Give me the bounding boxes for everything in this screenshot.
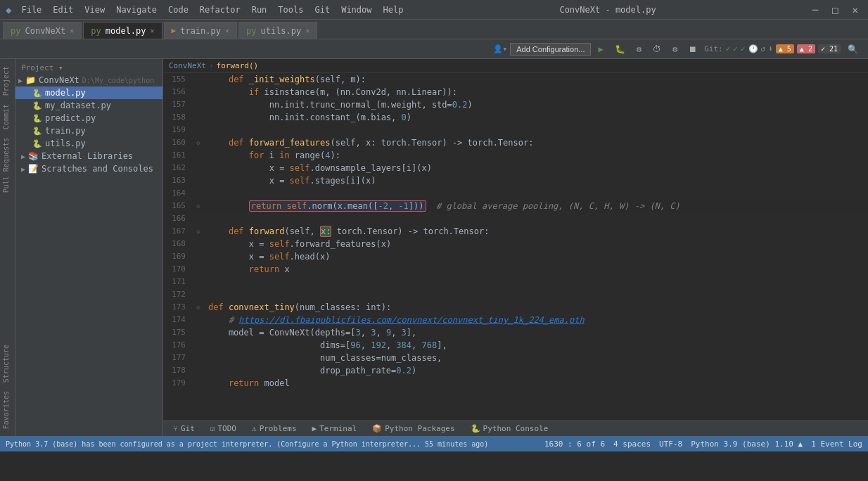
tab-close-model[interactable]: ✕	[151, 27, 155, 34]
minimize-button[interactable]: ─	[808, 3, 822, 17]
pull-requests-tab[interactable]: Pull Requests	[0, 134, 15, 197]
root-path: D:\My_code\python	[82, 77, 154, 84]
scratches-icon: 📝	[28, 164, 39, 174]
tab-utils[interactable]: py utils.py ✕	[238, 22, 317, 39]
scratches-label: Scratches and Consoles	[42, 164, 153, 174]
toolbar: 👤▾ Add Configuration... ▶ 🐛 ⚙ ⏱ ⚙ ⏹ Git:…	[0, 39, 868, 59]
statusbar-right: 1630 : 6 of 6 4 spaces UTF-8 Python 3.9 …	[544, 440, 862, 449]
structure-tab[interactable]: Structure	[0, 340, 15, 387]
code-line-177: 177 num_classes=num_classes,	[163, 352, 868, 364]
tree-utils-py[interactable]: 🐍 utils.py	[15, 137, 162, 150]
tree-predict-py[interactable]: 🐍 predict.py	[15, 112, 162, 124]
left-edge-panel: Project Commit Pull Requests Structure F…	[0, 59, 15, 436]
tree-my-dataset-py[interactable]: 🐍 my_dataset.py	[15, 99, 162, 112]
stop-button[interactable]: ⏹	[684, 43, 701, 56]
statusbar-message: Python 3.7 (base) has been configured as…	[6, 440, 488, 448]
menu-help[interactable]: Help	[379, 4, 408, 16]
menu-view[interactable]: View	[80, 4, 109, 16]
menu-run[interactable]: Run	[248, 4, 272, 16]
todo-tab-label: TODO	[218, 424, 237, 433]
code-line-178: 178 drop_path_rate=0.2)	[163, 364, 868, 377]
root-arrow: ▶	[18, 77, 23, 84]
statusbar-event[interactable]: 1 Event Log	[811, 440, 862, 449]
tab-model[interactable]: py model.py ✕	[83, 22, 162, 39]
menu-edit[interactable]: Edit	[49, 4, 77, 16]
profile-button[interactable]: ⏱	[649, 43, 665, 56]
code-line-162: 162 x = self.downsample_layers[i](x)	[163, 162, 868, 174]
tab-close-convnext[interactable]: ✕	[70, 27, 74, 34]
train-icon: 🐍	[32, 127, 42, 136]
model-py-label: model.py	[45, 88, 86, 98]
tab-label-train: train.py	[180, 26, 221, 36]
bottom-tab-git[interactable]: ⑂ Git	[166, 423, 202, 435]
code-editor[interactable]: 155 def _init_weights(self, m): 156 if i…	[163, 73, 868, 421]
git-clock: 🕐	[748, 44, 758, 53]
tab-label-model: model.py	[106, 26, 146, 36]
tab-icon-convnext: py	[11, 26, 20, 36]
code-line-159: 159	[163, 124, 868, 136]
code-line-156: 156 if isinstance(m, (nn.Conv2d, nn.Line…	[163, 86, 868, 98]
commit-tab[interactable]: Commit	[0, 100, 15, 134]
menu-git[interactable]: Git	[310, 4, 334, 16]
code-line-173: 173 ◇ def convnext_tiny(num_classes: int…	[163, 301, 868, 314]
tree-scratches[interactable]: ▶ 📝 Scratches and Consoles	[15, 162, 162, 175]
maximize-button[interactable]: □	[828, 3, 842, 17]
menu-tools[interactable]: Tools	[274, 4, 307, 16]
terminal-tab-icon: ▶	[312, 424, 317, 433]
gutter-173: ◇	[196, 301, 200, 314]
search-button[interactable]: 🔍	[843, 43, 862, 56]
close-button[interactable]: ✕	[848, 3, 862, 17]
bottom-tab-python-console[interactable]: 🐍 Python Console	[464, 423, 556, 435]
bottom-tab-python-packages[interactable]: 📦 Python Packages	[365, 423, 461, 435]
tree-model-py[interactable]: 🐍 model.py	[15, 86, 162, 99]
gutter-160: ◇	[196, 136, 200, 149]
scratches-arrow: ▶	[21, 165, 25, 173]
todo-tab-icon: ☑	[210, 424, 215, 433]
gutter-167: ◇	[196, 225, 200, 238]
tab-train[interactable]: ▶ train.py ✕	[164, 22, 237, 39]
code-lines: 155 def _init_weights(self, m): 156 if i…	[163, 73, 868, 390]
project-header: Project ▾	[15, 62, 162, 74]
tab-convnext[interactable]: py ConvNeXt ✕	[3, 22, 82, 39]
code-line-175: 175 model = ConvNeXt(depths=[3, 3, 9, 3]…	[163, 326, 868, 339]
add-config-btn[interactable]: Add Configuration...	[510, 43, 591, 56]
bottom-tabs: ⑂ Git ☑ TODO ⚠ Problems ▶ Terminal 📦 Pyt…	[163, 421, 868, 436]
code-line-169: 169 x = self.head(x)	[163, 250, 868, 263]
menu-navigate[interactable]: Navigate	[112, 4, 161, 16]
bottom-tab-todo[interactable]: ☑ TODO	[203, 423, 243, 435]
settings-button[interactable]: ⚙	[668, 43, 682, 56]
coverage-button[interactable]: ⚙	[632, 43, 646, 56]
code-line-157: 157 nn.init.trunc_normal_(m.weight, std=…	[163, 98, 868, 111]
git-check-1: ✓	[726, 44, 731, 53]
git-check-3: ✓	[741, 44, 746, 53]
root-label: ConvNeXt	[39, 75, 79, 85]
tab-close-utils[interactable]: ✕	[305, 27, 309, 34]
tree-train-py[interactable]: 🐍 train.py	[15, 124, 162, 137]
tree-external-libraries[interactable]: ▶ 📚 External Libraries	[15, 150, 162, 162]
menu-window[interactable]: Window	[337, 4, 376, 16]
tab-close-train[interactable]: ✕	[225, 27, 229, 34]
menu-file[interactable]: File	[17, 4, 46, 16]
project-label: Project ▾	[21, 63, 63, 72]
my-dataset-label: my_dataset.py	[45, 101, 111, 110]
titlebar-controls: ─ □ ✕	[808, 3, 862, 17]
project-tab[interactable]: Project	[0, 62, 15, 100]
git-check-2: ✓	[733, 44, 738, 53]
code-line-174: 174 # https://dl.fbaipublicfiles.com/con…	[163, 314, 868, 326]
menu-refactor[interactable]: Refactor	[196, 4, 245, 16]
menu-code[interactable]: Code	[164, 4, 193, 16]
bottom-tab-terminal[interactable]: ▶ Terminal	[305, 423, 364, 435]
code-line-179: 179 return model	[163, 377, 868, 390]
breadcrumb-method: forward()	[217, 61, 259, 70]
debug-button[interactable]: 🐛	[611, 43, 630, 56]
tab-label-convnext: ConvNeXt	[25, 26, 65, 36]
git-tab-label: Git	[181, 424, 195, 433]
code-line-172: 172	[163, 288, 868, 301]
bottom-tab-problems[interactable]: ⚠ Problems	[245, 423, 304, 435]
utils-icon: 🐍	[32, 139, 42, 148]
code-line-158: 158 nn.init.constant_(m.bias, 0)	[163, 111, 868, 124]
favorites-tab[interactable]: Favorites	[0, 387, 15, 433]
model-py-icon: 🐍	[32, 89, 42, 98]
run-button[interactable]: ▶	[594, 43, 607, 56]
tree-root[interactable]: ▶ 📁 ConvNeXt D:\My_code\python	[15, 74, 162, 86]
